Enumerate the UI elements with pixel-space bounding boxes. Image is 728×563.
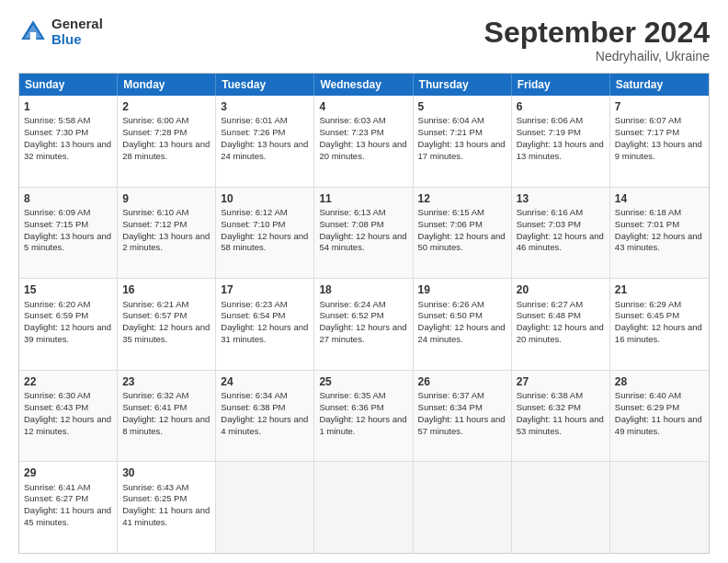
- day-number: 6: [517, 99, 605, 114]
- sunrise-label: Sunrise: 6:00 AM: [122, 115, 188, 125]
- calendar-row: 1Sunrise: 5:58 AMSunset: 7:30 PMDaylight…: [19, 96, 709, 187]
- sunrise-label: Sunrise: 6:13 AM: [319, 207, 385, 217]
- sunset-label: Sunset: 6:43 PM: [24, 402, 88, 412]
- day-number: 25: [319, 374, 407, 389]
- logo-blue: Blue: [51, 32, 103, 48]
- daylight-label: Daylight: 11 hours and 41 minutes.: [122, 505, 210, 527]
- daylight-label: Daylight: 12 hours and 1 minute.: [319, 414, 406, 436]
- sunset-label: Sunset: 7:15 PM: [24, 219, 88, 229]
- day-number: 2: [122, 99, 210, 114]
- daylight-label: Daylight: 13 hours and 2 minutes.: [122, 231, 210, 253]
- weekday-saturday: Saturday: [610, 74, 709, 96]
- calendar-cell: 19Sunrise: 6:26 AMSunset: 6:50 PMDayligh…: [414, 279, 512, 370]
- calendar-cell: 29Sunrise: 6:41 AMSunset: 6:27 PMDayligh…: [19, 462, 118, 553]
- sunset-label: Sunset: 6:32 PM: [517, 402, 581, 412]
- daylight-label: Daylight: 11 hours and 49 minutes.: [615, 414, 702, 436]
- calendar-cell: 30Sunrise: 6:43 AMSunset: 6:25 PMDayligh…: [118, 462, 216, 553]
- sunrise-label: Sunrise: 6:41 AM: [24, 482, 90, 492]
- sunset-label: Sunset: 6:52 PM: [319, 310, 383, 320]
- day-number: 16: [122, 282, 210, 297]
- calendar-row: 15Sunrise: 6:20 AMSunset: 6:59 PMDayligh…: [19, 278, 709, 370]
- month-title: September 2024: [484, 17, 710, 49]
- day-number: 17: [221, 282, 309, 297]
- calendar-body: 1Sunrise: 5:58 AMSunset: 7:30 PMDaylight…: [19, 96, 709, 553]
- weekday-sunday: Sunday: [19, 74, 118, 96]
- sunrise-label: Sunrise: 6:34 AM: [221, 390, 287, 400]
- sunrise-label: Sunrise: 6:26 AM: [418, 299, 484, 309]
- daylight-label: Daylight: 12 hours and 16 minutes.: [615, 322, 702, 344]
- day-number: 11: [319, 191, 407, 206]
- daylight-label: Daylight: 12 hours and 46 minutes.: [517, 231, 604, 253]
- daylight-label: Daylight: 13 hours and 13 minutes.: [517, 139, 604, 161]
- sunrise-label: Sunrise: 6:16 AM: [517, 207, 583, 217]
- day-number: 19: [418, 282, 506, 297]
- daylight-label: Daylight: 12 hours and 35 minutes.: [122, 322, 210, 344]
- calendar-cell: 6Sunrise: 6:06 AMSunset: 7:19 PMDaylight…: [512, 96, 610, 187]
- daylight-label: Daylight: 12 hours and 50 minutes.: [418, 231, 506, 253]
- sunset-label: Sunset: 6:38 PM: [221, 402, 285, 412]
- day-number: 7: [615, 99, 704, 114]
- sunset-label: Sunset: 7:01 PM: [615, 219, 679, 229]
- sunrise-label: Sunrise: 6:37 AM: [418, 390, 484, 400]
- sunrise-label: Sunrise: 6:09 AM: [24, 207, 90, 217]
- day-number: 15: [24, 282, 112, 297]
- daylight-label: Daylight: 13 hours and 28 minutes.: [122, 139, 210, 161]
- sunset-label: Sunset: 6:34 PM: [418, 402, 483, 412]
- sunrise-label: Sunrise: 6:24 AM: [319, 299, 385, 309]
- daylight-label: Daylight: 12 hours and 12 minutes.: [24, 414, 111, 436]
- sunset-label: Sunset: 6:45 PM: [615, 310, 679, 320]
- daylight-label: Daylight: 13 hours and 20 minutes.: [319, 139, 406, 161]
- sunrise-label: Sunrise: 5:58 AM: [24, 115, 90, 125]
- sunset-label: Sunset: 7:06 PM: [418, 219, 483, 229]
- calendar: Sunday Monday Tuesday Wednesday Thursday…: [18, 73, 710, 554]
- day-number: 18: [319, 282, 407, 297]
- calendar-cell: 14Sunrise: 6:18 AMSunset: 7:01 PMDayligh…: [610, 188, 709, 279]
- calendar-cell: 16Sunrise: 6:21 AMSunset: 6:57 PMDayligh…: [118, 279, 216, 370]
- calendar-cell: 3Sunrise: 6:01 AMSunset: 7:26 PMDaylight…: [216, 96, 314, 187]
- daylight-label: Daylight: 13 hours and 32 minutes.: [24, 139, 111, 161]
- day-number: 3: [221, 99, 309, 114]
- calendar-cell: 7Sunrise: 6:07 AMSunset: 7:17 PMDaylight…: [610, 96, 709, 187]
- sunrise-label: Sunrise: 6:07 AM: [615, 115, 681, 125]
- daylight-label: Daylight: 11 hours and 57 minutes.: [418, 414, 506, 436]
- day-number: 12: [418, 191, 506, 206]
- calendar-cell: 26Sunrise: 6:37 AMSunset: 6:34 PMDayligh…: [414, 371, 512, 462]
- calendar-cell: [610, 462, 709, 553]
- title-block: September 2024 Nedryhailiv, Ukraine: [484, 17, 710, 63]
- sunrise-label: Sunrise: 6:18 AM: [615, 207, 681, 217]
- calendar-cell: 24Sunrise: 6:34 AMSunset: 6:38 PMDayligh…: [216, 371, 314, 462]
- day-number: 29: [24, 465, 112, 480]
- sunrise-label: Sunrise: 6:12 AM: [221, 207, 287, 217]
- calendar-cell: [512, 462, 610, 553]
- sunset-label: Sunset: 7:19 PM: [517, 127, 581, 137]
- daylight-label: Daylight: 12 hours and 31 minutes.: [221, 322, 308, 344]
- sunrise-label: Sunrise: 6:15 AM: [418, 207, 484, 217]
- day-number: 26: [418, 374, 506, 389]
- calendar-header: Sunday Monday Tuesday Wednesday Thursday…: [19, 74, 709, 96]
- logo-text: General Blue: [51, 17, 103, 47]
- svg-rect-2: [30, 32, 36, 40]
- day-number: 21: [615, 282, 704, 297]
- calendar-cell: 5Sunrise: 6:04 AMSunset: 7:21 PMDaylight…: [414, 96, 512, 187]
- sunrise-label: Sunrise: 6:40 AM: [615, 390, 681, 400]
- day-number: 24: [221, 374, 309, 389]
- calendar-cell: 18Sunrise: 6:24 AMSunset: 6:52 PMDayligh…: [314, 279, 413, 370]
- day-number: 28: [615, 374, 704, 389]
- sunset-label: Sunset: 6:57 PM: [122, 310, 187, 320]
- daylight-label: Daylight: 12 hours and 43 minutes.: [615, 231, 702, 253]
- sunset-label: Sunset: 6:50 PM: [418, 310, 483, 320]
- calendar-cell: 20Sunrise: 6:27 AMSunset: 6:48 PMDayligh…: [512, 279, 610, 370]
- day-number: 4: [319, 99, 407, 114]
- sunset-label: Sunset: 6:41 PM: [122, 402, 187, 412]
- daylight-label: Daylight: 12 hours and 20 minutes.: [517, 322, 604, 344]
- calendar-cell: [216, 462, 314, 553]
- sunrise-label: Sunrise: 6:03 AM: [319, 115, 385, 125]
- daylight-label: Daylight: 11 hours and 45 minutes.: [24, 505, 111, 527]
- daylight-label: Daylight: 11 hours and 53 minutes.: [517, 414, 604, 436]
- calendar-cell: 11Sunrise: 6:13 AMSunset: 7:08 PMDayligh…: [314, 188, 413, 279]
- sunset-label: Sunset: 7:10 PM: [221, 219, 285, 229]
- day-number: 9: [122, 191, 210, 206]
- sunset-label: Sunset: 7:21 PM: [418, 127, 483, 137]
- sunset-label: Sunset: 7:08 PM: [319, 219, 383, 229]
- day-number: 30: [122, 465, 210, 480]
